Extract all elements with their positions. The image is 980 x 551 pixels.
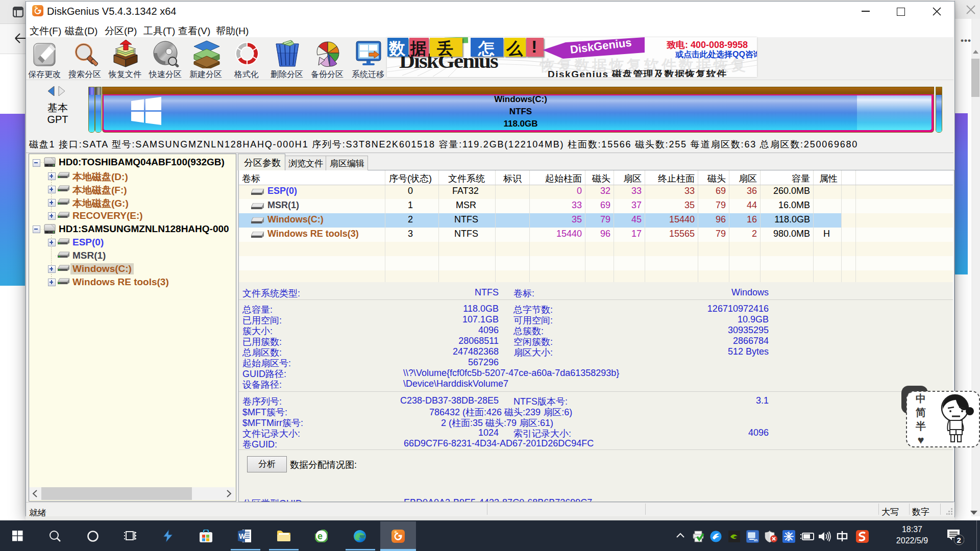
svg-text:2: 2 <box>957 536 961 544</box>
svg-text:e: e <box>317 531 323 541</box>
svg-text:W: W <box>239 532 246 540</box>
svg-text:in: in <box>754 538 757 542</box>
